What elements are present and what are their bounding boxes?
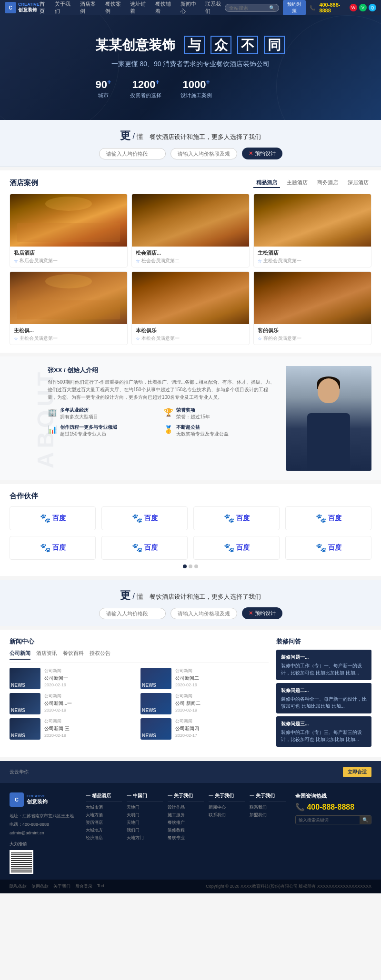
flink-2-2[interactable]: 天明门 <box>127 812 163 818</box>
flink-1-2[interactable]: 大地方酒 <box>86 812 122 818</box>
appoint-btn[interactable]: 预约对策 <box>283 0 306 15</box>
about-photo <box>286 366 371 471</box>
news-item-3: NEWS 公司新闻 公司新闻...一 2020-02-19 <box>10 693 138 714</box>
footer-link-tort[interactable]: Tort <box>97 883 104 890</box>
gengdong-btn-2[interactable]: ✕ 预约设计 <box>242 607 282 619</box>
news-title-3: 公司新闻...一 <box>44 700 138 707</box>
flink-1-4[interactable]: 大城地方 <box>86 827 122 833</box>
flink-2-5[interactable]: 天地方门 <box>127 835 163 841</box>
footer-link-admin[interactable]: 后台登录 <box>75 883 92 890</box>
footer-link-terms[interactable]: 使用条款 <box>31 883 49 890</box>
gengdong-input-2[interactable] <box>170 148 237 159</box>
news-tab-hotel[interactable]: 酒店资讯 <box>36 650 57 660</box>
hotel-tab-resort[interactable]: 深居酒店 <box>345 178 371 188</box>
partner-2: 🐾 百度 <box>101 506 188 530</box>
logo-icon: C <box>5 2 16 13</box>
qq-icon[interactable]: Q <box>369 4 376 11</box>
partner-4: 🐾 百度 <box>285 506 371 530</box>
news-tab-company[interactable]: 公司新闻 <box>10 650 30 660</box>
hotel-tab-boutique[interactable]: 精品酒店 <box>253 178 280 188</box>
news-col-1: NEWS 公司新闻 公司新闻一 2020-02-19 NEWS 公司新闻 公司新… <box>10 668 138 740</box>
footer-link-privacy[interactable]: 隐私条款 <box>10 883 27 890</box>
qa-item-3: 装修问题三... 装修中的工作（专）三、每产新三的设计，比较加可也 比加比加比加… <box>276 716 371 747</box>
hotel-card-1: 私店酒店 ☆ 私店会员满意第一 <box>10 194 128 267</box>
phone-number: 400-888-8888 <box>319 2 346 13</box>
nav-item-contact[interactable]: 联系我们 <box>205 0 225 15</box>
gengdong-btn-label-2: 预约设计 <box>255 610 276 617</box>
partner-3: 🐾 百度 <box>193 506 280 530</box>
hotel-meta-5: ☆ 本松会员满意第一 <box>136 335 245 342</box>
search-input[interactable] <box>229 5 267 10</box>
hotel-info-4: 主松俱... ☆ 主松会员满意第一 <box>10 324 127 345</box>
news-item-5: NEWS 公司新闻 公司新闻 三 2020-02-19 <box>10 718 138 740</box>
flink-2-4[interactable]: 我们门 <box>127 827 163 833</box>
nav-item-home[interactable]: 首页 <box>40 0 49 15</box>
nav-item-restaurant[interactable]: 餐饮案例 <box>105 0 125 15</box>
news-date-2: 2020-02-19 <box>175 683 269 687</box>
flink-3-1[interactable]: 设计作品 <box>168 804 204 811</box>
footer-hotline-label: 全国资询热线 <box>295 792 371 800</box>
hotel-img-4 <box>10 272 127 324</box>
flink-1-1[interactable]: 大城市酒 <box>86 804 122 811</box>
hotel-img-2 <box>132 194 249 247</box>
flink-4-1[interactable]: 新闻中心 <box>209 804 245 811</box>
dot-1[interactable] <box>183 564 187 568</box>
footer-group-4: 一 关于我们 新闻中心 联系我们 <box>209 792 245 874</box>
flink-3-3[interactable]: 餐饮推广 <box>168 820 204 826</box>
footer-top-btn[interactable]: 立即合适 <box>343 767 371 777</box>
hotel-tab-business[interactable]: 商务酒店 <box>314 178 341 188</box>
hotel-header: 酒店案例 精品酒店 主题酒店 商务酒店 深居酒店 <box>10 178 371 188</box>
hotel-info-3: 主松酒店 ☆ 主松会员满意第一 <box>254 247 371 267</box>
hotel-meta-2: ☆ 松会会员满意第二 <box>136 257 245 264</box>
flink-4-2[interactable]: 联系我们 <box>209 812 245 818</box>
flink-5-1[interactable]: 联系我们 <box>250 804 286 811</box>
navbar: C CREATIVE 创意装饰 首页 关于我们 酒店案例 餐饮案例 选址铺着 餐… <box>0 0 381 15</box>
news-cat-6: 公司新闻 <box>175 718 269 724</box>
hero-stats: 90+ 城市 1200+ 投资者的选择 1000+ 设计施工案例 <box>95 78 285 99</box>
hero-circle-2 <box>276 15 381 120</box>
footer-search-btn[interactable]: 🔍 <box>360 816 371 824</box>
hotel-img-3 <box>254 194 371 247</box>
baidu-paw-2: 🐾 <box>132 513 142 524</box>
hotel-tabs: 精品酒店 主题酒店 商务酒店 深居酒店 <box>253 178 371 188</box>
flink-3-2[interactable]: 施工服务 <box>168 812 204 818</box>
news-grid: NEWS 公司新闻 公司新闻一 2020-02-19 NEWS 公司新闻 公司新… <box>10 668 269 740</box>
wechat-icon[interactable]: V <box>359 4 367 11</box>
gengdong-btn[interactable]: ✕ 预约设计 <box>242 148 282 159</box>
flink-3-5[interactable]: 餐饮专业 <box>168 835 204 841</box>
about-stat-4: 🥇 不断超公益 无数奖项专业及专业公益 <box>164 424 276 437</box>
news-tab-food[interactable]: 餐饮百科 <box>63 650 84 660</box>
footer-link-about[interactable]: 关于我们 <box>53 883 70 890</box>
news-tab-auth[interactable]: 授权公告 <box>90 650 110 660</box>
nav-item-news[interactable]: 新闻中心 <box>180 0 200 15</box>
hero-subtitle: 一家更懂 80、90 消费者需求的专业餐饮酒店装饰公司 <box>95 60 285 69</box>
gengdong-input-3[interactable] <box>99 608 166 619</box>
gengdong-input-4[interactable] <box>170 608 237 619</box>
dong-char: 懂 <box>137 133 143 140</box>
flink-2-1[interactable]: 天地门 <box>127 804 163 811</box>
flink-3-4[interactable]: 装修教程 <box>168 827 204 833</box>
nav-item-about[interactable]: 关于我们 <box>55 0 74 15</box>
gengdong-input-1[interactable] <box>99 148 166 159</box>
hotel-tab-theme[interactable]: 主题酒店 <box>284 178 311 188</box>
dot-2[interactable] <box>189 564 192 568</box>
news-title: 新闻中心 <box>10 637 34 646</box>
geng-char: 更 <box>120 129 130 141</box>
weibo-icon[interactable]: W <box>350 4 357 11</box>
partner-5: 🐾 百度 <box>10 536 96 560</box>
footer-right: 全国资询热线 📞 400-888-8888 🔍 <box>295 792 371 874</box>
flink-2-3[interactable]: 天地门 <box>127 820 163 826</box>
nav-item-food[interactable]: 餐饮铺着 <box>155 0 175 15</box>
flink-1-5[interactable]: 经济酒店 <box>86 835 122 841</box>
footer-search-input[interactable] <box>296 816 360 824</box>
dot-3[interactable] <box>194 564 198 568</box>
nav-right: 🔍 预约对策 📞 400-888-8888 W V Q <box>225 0 376 15</box>
flink-5-2[interactable]: 加盟我们 <box>250 812 286 818</box>
baidu-paw-6: 🐾 <box>132 543 142 553</box>
hotel-name-6: 客的俱乐 <box>258 327 367 334</box>
flink-1-3[interactable]: 资历酒店 <box>86 820 122 826</box>
nav-item-location[interactable]: 选址铺着 <box>130 0 150 15</box>
hotel-img-5 <box>132 272 249 324</box>
footer-logo-sub: 创意装饰 <box>27 798 48 805</box>
nav-item-hotel[interactable]: 酒店案例 <box>80 0 100 15</box>
